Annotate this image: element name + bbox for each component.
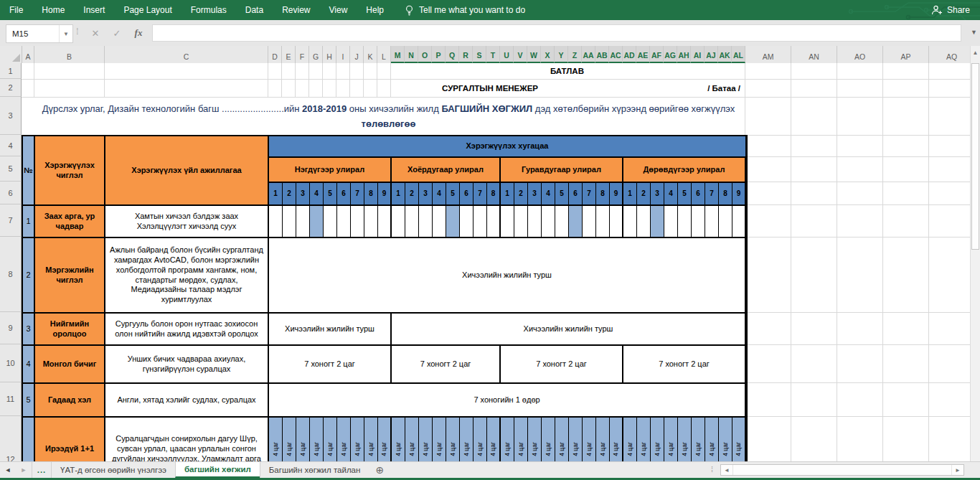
- header-week-4[interactable]: 4: [664, 183, 678, 206]
- header-week-3[interactable]: 3: [419, 183, 433, 206]
- header-week-1[interactable]: 1: [501, 183, 514, 206]
- hour-cell[interactable]: 4 цаг: [664, 418, 678, 461]
- row-header-9[interactable]: 9: [0, 312, 22, 344]
- sheet-nav-left-icon[interactable]: ◄: [0, 462, 16, 478]
- timeline-span[interactable]: 7 хоногт 2 цаг: [269, 346, 392, 384]
- column-header-AD[interactable]: AD: [623, 46, 636, 63]
- hour-cell[interactable]: 4 цаг: [351, 418, 364, 461]
- horizontal-scrollbar[interactable]: ◄ ►: [720, 464, 964, 476]
- week-cell[interactable]: [678, 206, 692, 238]
- header-week-9[interactable]: 9: [732, 183, 746, 206]
- approval-cell[interactable]: БАТЛАВ: [390, 63, 745, 79]
- header-week-5[interactable]: 5: [324, 183, 337, 206]
- new-sheet-button[interactable]: ⊕: [369, 462, 390, 478]
- week-cell[interactable]: [419, 206, 433, 238]
- timeline-span[interactable]: Хичээлийн жилийн турш: [392, 314, 746, 346]
- timeline-span[interactable]: 7 хоногийн 1 өдөр: [269, 384, 746, 418]
- hour-cell[interactable]: 4 цаг: [569, 418, 583, 461]
- header-week-5[interactable]: 5: [446, 183, 460, 206]
- column-header-R[interactable]: R: [459, 46, 473, 63]
- hour-cell[interactable]: 4 цаг: [514, 418, 528, 461]
- column-header-AJ[interactable]: AJ: [705, 46, 718, 63]
- row-category[interactable]: Мэргэжлийн чиглэл: [35, 238, 105, 314]
- header-week-6[interactable]: 6: [460, 183, 473, 206]
- hour-cell[interactable]: 4 цаг: [392, 418, 405, 461]
- header-week-7[interactable]: 7: [705, 183, 719, 206]
- row-activity[interactable]: Англи, хятад хэлийг судлах, суралцах: [105, 384, 269, 418]
- row-num[interactable]: 5: [23, 384, 35, 418]
- column-header-AP[interactable]: AP: [883, 46, 929, 63]
- week-cell[interactable]: [351, 206, 364, 238]
- hour-cell[interactable]: 4 цаг: [433, 418, 446, 461]
- week-cell[interactable]: [528, 206, 542, 238]
- column-header-AG[interactable]: AG: [664, 46, 677, 63]
- column-header-AO[interactable]: AO: [837, 46, 883, 63]
- row-num[interactable]: [23, 418, 35, 461]
- ribbon-tab-insert[interactable]: Insert: [74, 0, 114, 20]
- row-activity[interactable]: Ажлын байранд болон бүсийн сургалтанд ха…: [105, 238, 269, 314]
- scroll-up-icon[interactable]: ▲: [971, 46, 980, 59]
- header-week-6[interactable]: 6: [569, 183, 583, 206]
- manager-cell[interactable]: СУРГАЛТЫН МЕНЕЖЕР: [390, 79, 590, 97]
- column-header-W[interactable]: W: [527, 46, 541, 63]
- row-header-1[interactable]: 1: [0, 63, 22, 79]
- column-header-I[interactable]: I: [336, 46, 350, 63]
- week-cell[interactable]: [364, 206, 378, 238]
- week-cell[interactable]: [405, 206, 419, 238]
- column-header-AN[interactable]: AN: [791, 46, 837, 63]
- header-week-1[interactable]: 1: [392, 183, 405, 206]
- hour-cell[interactable]: 4 цаг: [446, 418, 460, 461]
- document-title[interactable]: Дүрслэх урлаг, Дизайн технологийн багш .…: [32, 98, 745, 135]
- week-cell[interactable]: [433, 206, 446, 238]
- header-week-3[interactable]: 3: [528, 183, 542, 206]
- hour-cell[interactable]: 4 цаг: [324, 418, 337, 461]
- header-week-8[interactable]: 8: [719, 183, 732, 206]
- timeline-span[interactable]: 7 хоногт 2 цаг: [392, 346, 501, 384]
- ribbon-tab-data[interactable]: Data: [236, 0, 273, 20]
- week-cell[interactable]: [596, 206, 610, 238]
- row-header-5[interactable]: 5: [0, 156, 22, 182]
- tell-me-box[interactable]: Tell me what you want to do: [405, 5, 525, 16]
- column-header-AB[interactable]: AB: [595, 46, 609, 63]
- hour-cell[interactable]: 4 цаг: [610, 418, 623, 461]
- ribbon-tab-review[interactable]: Review: [273, 0, 319, 20]
- week-cell[interactable]: [719, 206, 732, 238]
- week-cell[interactable]: [501, 206, 514, 238]
- share-button[interactable]: Share: [931, 5, 970, 15]
- hour-cell[interactable]: 4 цаг: [583, 418, 596, 461]
- column-header-Y[interactable]: Y: [555, 46, 568, 63]
- week-cell[interactable]: [705, 206, 719, 238]
- hour-cell[interactable]: 4 цаг: [269, 418, 283, 461]
- timeline-span[interactable]: Хичээлийн жилийн турш: [269, 314, 392, 346]
- week-cell[interactable]: [583, 206, 596, 238]
- week-cell[interactable]: [460, 206, 473, 238]
- header-period[interactable]: Хэрэгжүүлэх хугацаа: [269, 136, 746, 158]
- week-cell[interactable]: [732, 206, 746, 238]
- sheet-tab-development-report[interactable]: Багшийн хөгжил тайлан: [260, 462, 369, 478]
- hour-cell[interactable]: 4 цаг: [678, 418, 692, 461]
- sheet-tab-teacher-development[interactable]: багшийн хөгжил: [175, 462, 260, 478]
- header-week-3[interactable]: 3: [296, 183, 310, 206]
- column-header-X[interactable]: X: [541, 46, 555, 63]
- sheet-list-ellipsis[interactable]: ...: [32, 462, 51, 478]
- hour-cell[interactable]: 4 цаг: [623, 418, 637, 461]
- week-cell[interactable]: [473, 206, 487, 238]
- ribbon-tab-page-layout[interactable]: Page Layout: [114, 0, 181, 20]
- header-week-2[interactable]: 2: [283, 183, 296, 206]
- hour-cell[interactable]: 4 цаг: [637, 418, 651, 461]
- column-header-A[interactable]: A: [22, 46, 34, 63]
- hour-cell[interactable]: 4 цаг: [487, 418, 501, 461]
- row-category[interactable]: Нийгмийн оролцоо: [35, 314, 105, 346]
- column-header-C[interactable]: C: [105, 46, 268, 63]
- header-week-8[interactable]: 8: [596, 183, 610, 206]
- column-header-AC[interactable]: AC: [609, 46, 623, 63]
- column-header-T[interactable]: T: [486, 46, 500, 63]
- week-cell[interactable]: [378, 206, 392, 238]
- row-header-3[interactable]: 3: [0, 97, 22, 135]
- header-week-4[interactable]: 4: [542, 183, 555, 206]
- header-week-7[interactable]: 7: [583, 183, 596, 206]
- column-header-G[interactable]: G: [309, 46, 323, 63]
- header-quarter-1[interactable]: Нэгдүгээр улирал: [269, 158, 392, 183]
- row-num[interactable]: 3: [23, 314, 35, 346]
- hour-cell[interactable]: 4 цаг: [501, 418, 514, 461]
